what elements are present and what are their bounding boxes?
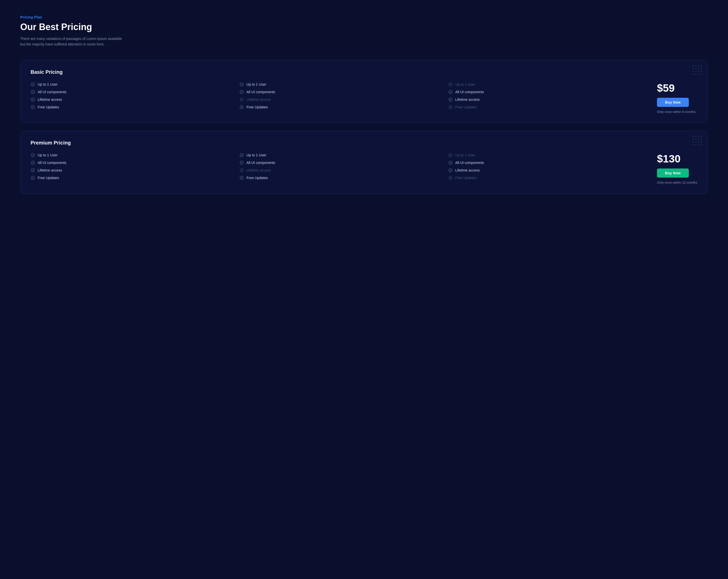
check-circle-icon xyxy=(31,90,35,94)
feature-item: All UI components xyxy=(31,160,234,165)
buy-button-basic[interactable]: Buy Now xyxy=(657,98,689,107)
decorative-dot xyxy=(693,65,694,66)
svg-point-22 xyxy=(449,168,452,172)
feature-label: Up to 1 User xyxy=(38,153,58,157)
feature-item: Lifetime access xyxy=(31,97,234,102)
pricing-card-premium: Premium PricingUp to 1 UserAll UI compon… xyxy=(20,131,708,194)
buy-button-premium[interactable]: Buy Now xyxy=(657,168,689,177)
decorative-dot xyxy=(693,71,694,72)
feature-item: Free Updates xyxy=(239,175,443,180)
svg-point-5 xyxy=(240,90,243,94)
feature-column-2: Up to 1 UserAll UI componentsLifetime ac… xyxy=(448,153,652,180)
decorative-dot xyxy=(698,71,699,72)
feature-label: Free Updates xyxy=(38,105,59,109)
feature-label: All UI components xyxy=(246,90,275,94)
decorative-dot xyxy=(695,74,696,75)
check-circle-icon xyxy=(448,160,453,165)
dots-decoration xyxy=(693,65,702,75)
feature-column-1: Up to 1 UserAll UI componentsLifetime ac… xyxy=(239,153,443,180)
svg-point-13 xyxy=(31,161,35,164)
decorative-dot xyxy=(695,65,696,66)
feature-label: Up to 1 User xyxy=(455,82,475,86)
check-circle-icon xyxy=(31,160,35,165)
price-section: $130Buy NowOnly once within 12 months xyxy=(657,153,697,185)
check-circle-icon xyxy=(239,90,244,94)
decorative-dot xyxy=(693,136,694,137)
decorative-dot xyxy=(698,65,699,66)
feature-item: Lifetime access xyxy=(239,168,443,172)
page-description: There are many variations of passages of… xyxy=(20,36,126,47)
price-value: $59 xyxy=(657,82,675,94)
feature-label: All UI components xyxy=(455,90,484,94)
feature-item: Up to 1 User xyxy=(239,153,443,157)
page-header: Pricing Plan Our Best Pricing There are … xyxy=(20,15,708,47)
feature-item: Free Updates xyxy=(448,175,652,180)
check-circle-icon xyxy=(31,175,35,180)
check-circle-icon xyxy=(239,82,244,87)
svg-point-19 xyxy=(240,176,243,180)
feature-item: All UI components xyxy=(448,160,652,165)
decorative-dot xyxy=(698,141,699,142)
check-circle-icon xyxy=(239,175,244,180)
feature-item: Up to 1 User xyxy=(31,82,234,87)
decorative-dot xyxy=(693,74,694,75)
svg-point-12 xyxy=(31,153,35,157)
feature-label: Free Updates xyxy=(246,105,268,109)
decorative-dot xyxy=(698,74,699,75)
feature-column-0: Up to 1 UserAll UI componentsLifetime ac… xyxy=(31,82,234,109)
feature-item: Free Updates xyxy=(448,105,652,109)
decorative-dot xyxy=(698,139,699,140)
decorative-dot xyxy=(701,141,702,142)
feature-label: Free Updates xyxy=(455,176,477,180)
svg-point-7 xyxy=(240,105,243,109)
check-circle-icon xyxy=(239,160,244,165)
check-circle-icon xyxy=(239,105,244,109)
feature-item: Lifetime access xyxy=(31,168,234,172)
decorative-dot xyxy=(698,68,699,69)
feature-label: Free Updates xyxy=(246,176,268,180)
feature-label: Up to 1 User xyxy=(246,153,266,157)
x-circle-icon xyxy=(448,175,453,180)
features-grid: Up to 1 UserAll UI componentsLifetime ac… xyxy=(31,153,697,185)
feature-label: Lifetime access xyxy=(246,168,271,172)
decorative-dot xyxy=(695,141,696,142)
price-value: $130 xyxy=(657,153,680,165)
svg-point-16 xyxy=(240,153,243,157)
svg-point-1 xyxy=(31,90,35,94)
card-title-basic: Basic Pricing xyxy=(31,69,697,75)
svg-point-15 xyxy=(31,176,35,180)
svg-point-4 xyxy=(240,83,243,86)
feature-label: Up to 1 User xyxy=(455,153,475,157)
feature-label: Lifetime access xyxy=(455,98,479,102)
feature-label: Lifetime access xyxy=(38,98,62,102)
decorative-dot xyxy=(695,68,696,69)
feature-item: All UI components xyxy=(31,90,234,94)
decorative-dot xyxy=(701,65,702,66)
feature-label: All UI components xyxy=(38,90,67,94)
x-circle-icon xyxy=(239,97,244,102)
feature-label: Free Updates xyxy=(455,105,477,109)
price-note: Only once within 6 months xyxy=(657,110,695,114)
check-circle-icon xyxy=(448,90,453,94)
check-circle-icon xyxy=(31,168,35,172)
price-note: Only once within 12 months xyxy=(657,181,697,185)
feature-label: Lifetime access xyxy=(246,98,271,102)
decorative-dot xyxy=(701,71,702,72)
svg-point-0 xyxy=(31,83,35,86)
feature-column-2: Up to 1 UserAll UI componentsLifetime ac… xyxy=(448,82,652,109)
decorative-dot xyxy=(701,136,702,137)
feature-label: Free Updates xyxy=(38,176,59,180)
decorative-dot xyxy=(693,144,694,145)
decorative-dot xyxy=(701,74,702,75)
decorative-dot xyxy=(693,139,694,140)
card-title-premium: Premium Pricing xyxy=(31,140,697,146)
dots-decoration xyxy=(693,136,702,146)
check-circle-icon xyxy=(448,97,453,102)
svg-point-2 xyxy=(31,98,35,101)
check-circle-icon xyxy=(448,168,453,172)
feature-item: All UI components xyxy=(448,90,652,94)
feature-item: All UI components xyxy=(239,160,443,165)
svg-point-21 xyxy=(449,161,452,164)
feature-item: Up to 1 User xyxy=(31,153,234,157)
feature-item: Up to 1 User xyxy=(239,82,443,87)
